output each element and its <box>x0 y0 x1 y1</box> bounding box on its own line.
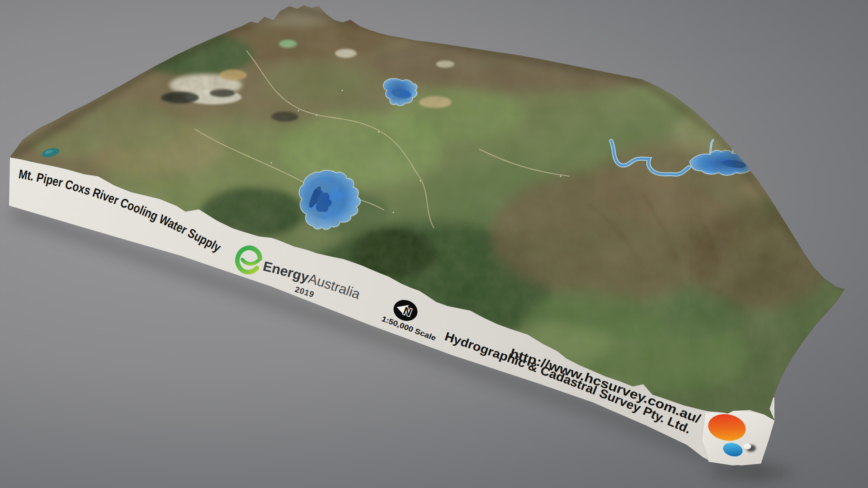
model-viewport[interactable]: Mt. Piper Coxs River Cooling Water Suppl… <box>0 0 868 488</box>
viewer-background: Mt. Piper Coxs River Cooling Water Suppl… <box>0 0 868 488</box>
terrain-model: Mt. Piper Coxs River Cooling Water Suppl… <box>0 0 868 488</box>
logo-sphere-white-icon <box>744 444 751 450</box>
